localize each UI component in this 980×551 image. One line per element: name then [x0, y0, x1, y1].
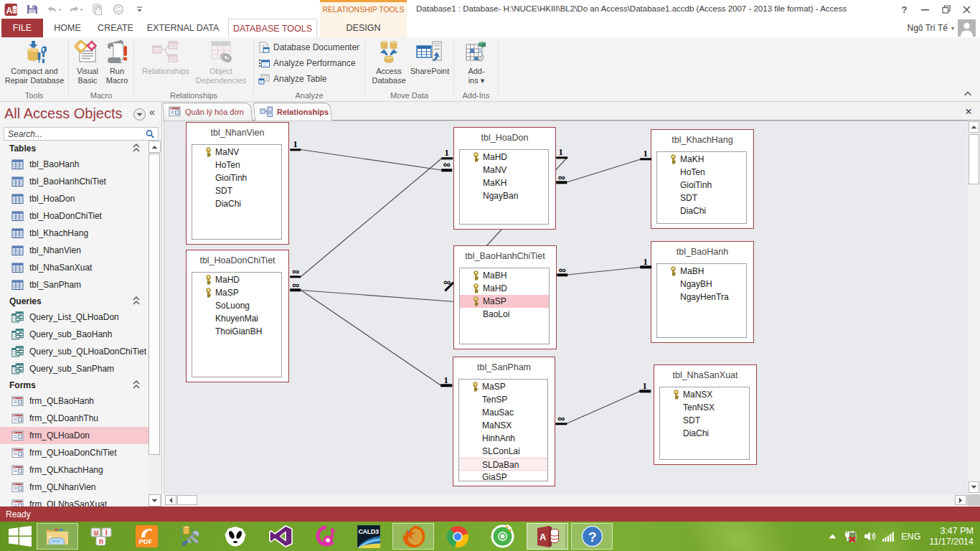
ribbon-button-run[interactable]: Run Macro [102, 39, 132, 85]
field-row-MaBH[interactable]: MaBH [460, 269, 549, 282]
taskbar-visual-studio-button[interactable] [260, 523, 301, 550]
field-row-NgayBH[interactable]: NgayBH [657, 278, 746, 291]
ribbon-button-add-[interactable]: Add- ins ▾ [461, 39, 492, 85]
nav-item-tbl_NhaSanXuat[interactable]: tbl_NhaSanXuat [0, 259, 149, 276]
ribbon-tab-design[interactable]: DESIGN [320, 19, 407, 37]
field-row-MaBH[interactable]: MaBH [657, 265, 746, 278]
collapse-section-icon[interactable] [133, 143, 140, 153]
field-row-MaSP[interactable]: MaSP [192, 286, 281, 299]
field-row-NgayBan[interactable]: NgayBan [460, 189, 548, 202]
nav-section-queries[interactable]: Queries [0, 293, 149, 309]
field-row-MaSP[interactable]: MaSP [459, 380, 547, 393]
field-row-DiaChi[interactable]: DiaChi [660, 427, 749, 440]
ribbon-button-compact-and[interactable]: Compact and Repair Database [1, 39, 67, 85]
field-row-TenNSX[interactable]: TenNSX [660, 401, 749, 414]
power-alert-icon[interactable] [844, 530, 857, 543]
nav-item-tbl_SanPham[interactable]: tbl_SanPham [0, 276, 149, 293]
nav-item-frm_QLNhanVien[interactable]: frm_QLNhanVien [0, 479, 149, 496]
touch-mode-icon[interactable] [89, 1, 105, 17]
collapse-ribbon-button[interactable] [963, 90, 974, 99]
nav-item-tbl_BaoHanh[interactable]: tbl_BaoHanh [0, 156, 149, 173]
ribbon-button-analyze-performance[interactable]: Analyze Performance [258, 55, 356, 71]
field-row-MauSac[interactable]: MauSac [459, 406, 547, 419]
nav-item-tbl_HoaDon[interactable]: tbl_HoaDon [0, 190, 149, 207]
field-row-DiaChi[interactable]: DiaChi [657, 204, 746, 217]
hidden-icons-caret-icon[interactable] [828, 533, 837, 540]
taskbar-chrome-button[interactable] [437, 523, 479, 550]
search-icon[interactable] [144, 128, 156, 140]
field-row-KhuyenMai[interactable]: KhuyenMai [192, 312, 281, 325]
restore-button[interactable] [936, 1, 956, 17]
save-icon[interactable] [24, 1, 40, 17]
qat-menu-icon[interactable] [132, 1, 148, 17]
field-row-MaKH[interactable]: MaKH [460, 176, 548, 189]
field-row-MaSP[interactable]: MaSP [460, 295, 549, 308]
diagram-table-tbl_HoaDon[interactable]: tbl_HoaDonMaHDMaNVMaKHNgayBan [453, 127, 556, 230]
field-row-MaNSX[interactable]: MaNSX [459, 419, 547, 432]
nav-pane-title[interactable]: All Access Objects [4, 105, 123, 122]
taskbar-coccoc-button[interactable] [481, 523, 523, 550]
nav-scroll-thumb[interactable] [149, 154, 160, 455]
field-row-MaNSX[interactable]: MaNSX [660, 388, 749, 401]
field-row-SDT[interactable]: SDT [660, 414, 749, 427]
close-button[interactable] [956, 1, 977, 17]
field-row-HinhAnh[interactable]: HinhAnh [459, 432, 547, 445]
nav-item-frm_QLBaoHanh[interactable]: frm_QLBaoHanh [0, 392, 149, 410]
taskbar-access-active-button[interactable]: A [527, 523, 568, 550]
clock[interactable]: 3:47 PM11/17/2014 [929, 526, 974, 547]
nav-item-frm_QLDoanhThu[interactable]: frm_QLDoanhThu [0, 410, 149, 427]
undo-icon[interactable] [46, 1, 62, 17]
field-row-HoTen[interactable]: HoTen [657, 166, 746, 179]
account-area[interactable]: Ngô Trí Tế ▾ [908, 19, 976, 37]
diagram-table-tbl_KhachHang[interactable]: tbl_KhachHangMaKHHoTenGioiTinhSDTDiaChi [651, 129, 754, 229]
nav-item-frm_QLHoaDonChiTiet[interactable]: frm_QLHoaDonChiTiet [0, 444, 149, 461]
relationships-canvas[interactable]: tbl_NhanVienMaNVHoTenGioiTinhSDTDiaChitb… [164, 121, 968, 494]
diagram-table-tbl_NhanVien[interactable]: tbl_NhanVienMaNVHoTenGioiTinhSDTDiaChi [186, 122, 289, 245]
nav-item-Query_sub_BaoHanh[interactable]: Query_sub_BaoHanh [0, 326, 149, 343]
collapse-section-icon[interactable] [133, 296, 140, 306]
canvas-vscroll-thumb[interactable] [969, 134, 979, 184]
ribbon-tab-home[interactable]: HOME [46, 19, 89, 37]
taskbar-firefox-button[interactable] [392, 523, 434, 550]
canvas-hscroll-thumb[interactable] [177, 495, 197, 505]
nav-item-Query_List_QLHoaDon[interactable]: Query_List_QLHoaDon [0, 309, 149, 326]
refresh-icon[interactable] [110, 1, 126, 17]
nav-scrollbar[interactable] [149, 141, 161, 507]
diagram-table-tbl_NhaSanXuat[interactable]: tbl_NhaSanXuatMaNSXTenNSXSDTDiaChi [654, 364, 757, 465]
canvas-horizontal-scrollbar[interactable] [164, 494, 967, 506]
field-row-MaHD[interactable]: MaHD [460, 282, 549, 295]
shutter-bar-collapse-button[interactable]: « [149, 106, 155, 118]
nav-item-Query_sub_SanPham[interactable]: Query_sub_SanPham [0, 360, 149, 377]
field-row-MaNV[interactable]: MaNV [460, 164, 548, 176]
minimize-button[interactable] [915, 1, 936, 17]
field-row-MaNV[interactable]: MaNV [192, 146, 281, 159]
taskbar-start-button[interactable] [0, 523, 41, 550]
nav-scroll-up-button[interactable] [149, 141, 161, 153]
field-row-SLDaBan[interactable]: SLDaBan [459, 458, 547, 471]
field-row-MaHD[interactable]: MaHD [460, 151, 548, 164]
nav-item-frm_QLHoaDon[interactable]: frm_QLHoaDon [0, 427, 149, 444]
diagram-table-tbl_SanPham[interactable]: tbl_SanPhamMaSPTenSPMauSacMaNSXHinhAnhSL… [453, 357, 555, 486]
field-row-GiaSP[interactable]: GiaSP [459, 471, 547, 481]
canvas-scroll-left-button[interactable] [165, 495, 176, 505]
help-button[interactable]: ? [894, 1, 915, 17]
speaker-icon[interactable] [864, 531, 876, 542]
field-row-SDT[interactable]: SDT [192, 184, 281, 197]
nav-item-Query_sub_QLHoaDonChiTiet[interactable]: Query_sub_QLHoaDonChiTiet [0, 343, 149, 360]
access-logo-icon[interactable]: A [3, 1, 19, 17]
nav-section-tables[interactable]: Tables [0, 141, 149, 156]
canvas-vertical-scrollbar[interactable] [968, 121, 980, 494]
nav-item-frm_QLKhachHang[interactable]: frm_QLKhachHang [0, 461, 149, 479]
taskbar-cald3-button[interactable]: CALD3 [348, 523, 390, 550]
document-tab-quản-lý-hóa-đơn[interactable]: Quản lý hóa đơn [164, 103, 253, 121]
close-document-icon[interactable]: ✕ [963, 105, 974, 117]
canvas-scroll-right-button[interactable] [955, 495, 966, 505]
nav-item-tbl_BaoHanhChiTiet[interactable]: tbl_BaoHanhChiTiet [0, 173, 149, 190]
nav-item-frm_QLNhaSanXuat[interactable]: frm_QLNhaSanXuat [0, 496, 149, 507]
collapse-section-icon[interactable] [133, 380, 140, 390]
field-row-MaHD[interactable]: MaHD [192, 273, 281, 286]
field-row-GioiTinh[interactable]: GioiTinh [192, 171, 281, 184]
canvas-scroll-down-button[interactable] [969, 481, 979, 493]
nav-menu-button[interactable] [133, 108, 146, 121]
taskbar-foxit-pdf-button[interactable]: PDF [126, 523, 167, 550]
